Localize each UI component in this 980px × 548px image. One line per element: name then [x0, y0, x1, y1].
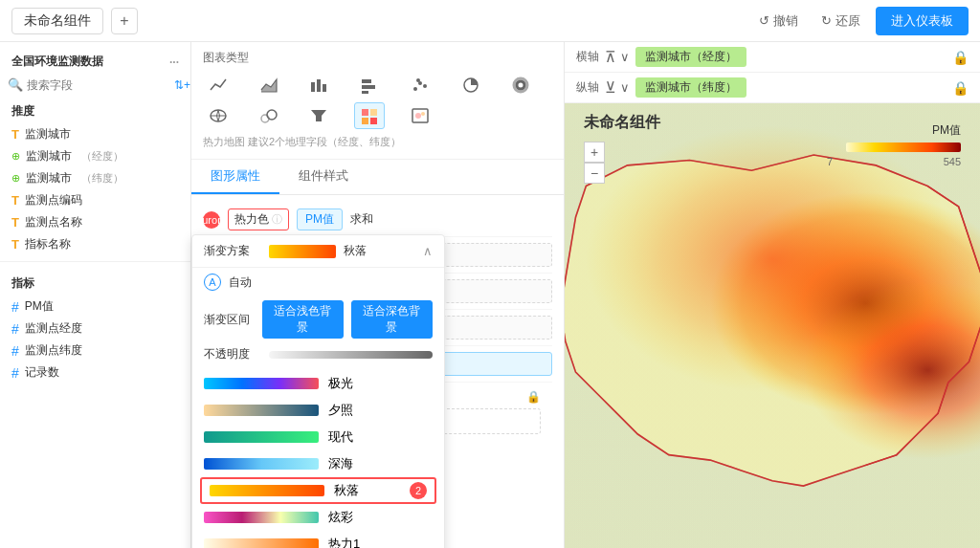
chart-pie-icon[interactable]: [456, 72, 486, 99]
light-bg-button[interactable]: 适合浅色背景: [262, 300, 344, 339]
dropdown-header: 渐变方案 秋落 ∧: [192, 235, 444, 268]
svg-point-24: [421, 112, 425, 116]
y-axis-field[interactable]: 监测城市（纬度）: [635, 77, 746, 98]
sidebar-item-station-code[interactable]: T 监测点编码: [0, 189, 190, 211]
divider: [0, 261, 190, 262]
opacity-slider[interactable]: [269, 351, 433, 359]
chart-line-icon[interactable]: [203, 72, 234, 99]
component-title[interactable]: 未命名组件: [11, 8, 103, 34]
sidebar-item-pm[interactable]: # PM值: [0, 296, 190, 318]
sidebar-item-station-name[interactable]: T 监测点名称: [0, 211, 190, 233]
dimensions-label: 推度: [0, 99, 190, 123]
opacity-label: 不透明度: [204, 346, 261, 362]
gradient-brilliant[interactable]: 炫彩: [192, 504, 444, 531]
sidebar-item-metric-name[interactable]: T 指标名称: [0, 233, 190, 255]
type-T-icon: T: [11, 127, 19, 142]
chart-type-label: 图表类型: [203, 50, 552, 66]
geo-icon-lng: ⊕: [11, 150, 20, 163]
svg-rect-0: [311, 82, 315, 92]
autumn-label: 秋落: [334, 482, 359, 499]
hash-icon-lat: #: [11, 343, 19, 359]
chart-geo-icon[interactable]: [405, 102, 435, 129]
zoom-in-button[interactable]: +: [584, 142, 605, 163]
chart-heatmap-icon[interactable]: [354, 102, 385, 129]
add-tab-button[interactable]: +: [111, 8, 138, 34]
svg-rect-1: [317, 79, 321, 92]
svg-point-16: [267, 110, 277, 120]
dark-bg-button[interactable]: 适合深色背景: [351, 300, 433, 339]
chart-bar-icon[interactable]: [303, 72, 334, 99]
search-input[interactable]: [27, 78, 170, 92]
modern-bar: [204, 431, 319, 443]
tab-properties[interactable]: 图形属性: [191, 160, 279, 194]
undo-icon: ↺: [759, 13, 769, 28]
hotforce-pm-field[interactable]: PM值: [297, 208, 343, 230]
search-icon: 🔍: [8, 77, 23, 92]
hotforce-row: aurora 热力色 ⓘ PM值 求和: [203, 203, 552, 237]
gradient-autumn[interactable]: 秋落 2: [200, 477, 436, 504]
chart-donut-icon[interactable]: [505, 72, 536, 99]
gradient-modern[interactable]: 现代: [192, 424, 444, 450]
x-axis-lock-icon[interactable]: 🔒: [952, 50, 969, 65]
type-T-icon-2: T: [11, 193, 19, 208]
zoom-out-button[interactable]: −: [584, 163, 605, 184]
sidebar-item-city[interactable]: T 监测城市: [0, 123, 190, 145]
x-axis-field[interactable]: 监测城市（经度）: [635, 47, 746, 67]
sidebar-item-lng[interactable]: # 监测点经度: [0, 318, 190, 340]
modern-label: 现代: [328, 428, 353, 446]
enter-dashboard-button[interactable]: 进入仪表板: [876, 7, 969, 35]
hash-icon-count: #: [11, 365, 19, 381]
legend-numbers: 7 545: [827, 156, 961, 167]
y-axis-lock-icon[interactable]: 🔒: [952, 80, 969, 96]
gradient-deepsea[interactable]: 深海: [192, 450, 444, 477]
x-axis-dropdown-arrow[interactable]: ∨: [620, 50, 630, 64]
dusk-bar: [204, 405, 319, 416]
datasource-title: 全国环境监测数据 ···: [0, 50, 190, 74]
svg-rect-4: [362, 85, 375, 89]
autumn-bar: [210, 485, 324, 496]
sidebar-item-lat[interactable]: # 监测点纬度: [0, 340, 190, 362]
sidebar-item-city-lat[interactable]: ⊕ 监测城市 （纬度）: [0, 167, 190, 189]
aurora-label: 极光: [328, 375, 353, 392]
svg-rect-21: [370, 118, 377, 124]
gradient-aurora[interactable]: 极光: [192, 370, 444, 397]
chart-hbar-icon[interactable]: [354, 72, 385, 99]
chart-icons-grid: [203, 72, 552, 129]
dropdown-collapse-arrow[interactable]: ∧: [423, 244, 433, 258]
datasource-menu-button[interactable]: ···: [169, 55, 179, 69]
hotforce-badge: aurora: [203, 211, 220, 229]
deepsea-bar: [204, 458, 319, 470]
undo-button[interactable]: ↺ 撤销: [751, 9, 806, 33]
svg-point-23: [415, 113, 421, 119]
y-axis-label: 纵轴: [576, 79, 605, 96]
svg-marker-17: [311, 110, 326, 121]
gradient-scheme-label: 渐变方案: [204, 243, 261, 259]
filter-lock-icon[interactable]: 🔒: [526, 390, 541, 404]
hotforce-label[interactable]: 热力色 ⓘ: [228, 208, 289, 230]
chart-type-section: 图表类型: [191, 42, 564, 160]
sidebar-item-count[interactable]: # 记录数: [0, 362, 190, 384]
heat1-bar: [204, 538, 319, 548]
sidebar-item-city-lng[interactable]: ⊕ 监测城市 （经度）: [0, 145, 190, 167]
legend-scale: [846, 142, 961, 152]
geo-icon-lat: ⊕: [11, 172, 20, 185]
auto-option[interactable]: A 自动: [192, 268, 444, 296]
main-layout: 全国环境监测数据 ··· 🔍 ⇅+ 推度 T 监测城市 ⊕ 监测城市 （经度） …: [0, 42, 980, 548]
chart-scatter-icon[interactable]: [405, 72, 435, 99]
svg-rect-2: [323, 84, 326, 92]
chart-bubble-icon[interactable]: [254, 102, 284, 129]
topbar: 未命名组件 + ↺ 撤销 ↻ 还原 进入仪表板: [0, 0, 980, 42]
redo-button[interactable]: ↻ 还原: [813, 9, 868, 33]
chart-area-icon[interactable]: [254, 72, 284, 99]
y-axis-dropdown-arrow[interactable]: ∨: [620, 80, 630, 95]
chart-map-icon[interactable]: [203, 102, 234, 129]
gradient-dusk[interactable]: 夕照: [192, 397, 444, 424]
x-axis-label: 横轴: [576, 49, 605, 65]
opacity-row: 不透明度: [192, 342, 444, 366]
gradient-preview: [269, 245, 336, 258]
sort-icon[interactable]: ⇅+: [174, 78, 190, 92]
chart-funnel-icon[interactable]: [303, 102, 334, 129]
tab-style[interactable]: 组件样式: [279, 160, 368, 194]
auto-icon: A: [204, 274, 221, 291]
gradient-heat1[interactable]: 热力1: [192, 531, 444, 548]
